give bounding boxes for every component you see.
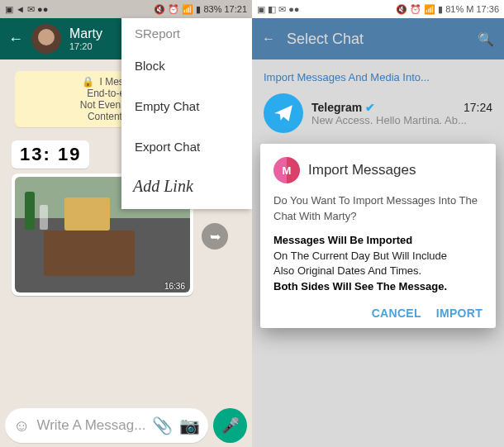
mic-button[interactable]: 🎤	[213, 408, 247, 443]
lock-icon: 🔒	[82, 76, 94, 88]
verified-icon: ✔	[365, 101, 375, 114]
menu-empty-chat[interactable]: Empty Chat	[121, 86, 252, 126]
paper-plane-icon	[273, 102, 294, 124]
dialog-question: Do You Want To Import Messages Into The …	[273, 193, 483, 225]
import-dialog: M Import Messages Do You Want To Import …	[260, 144, 496, 328]
search-icon[interactable]: 🔍	[478, 31, 494, 47]
chat-name: Telegram ✔	[311, 101, 375, 114]
message-input[interactable]: ☺ Write A Messag... 📎 📷	[5, 408, 208, 443]
cancel-button[interactable]: CANCEL	[372, 307, 421, 320]
header-title-block[interactable]: Marty 17:20	[69, 26, 102, 51]
dialog-title: Import Messages	[308, 162, 416, 178]
attach-icon[interactable]: 📎	[152, 416, 173, 435]
composer-bar: ☺ Write A Messag... 📎 📷 🎤	[0, 404, 252, 447]
status-left-icons: ▣ ◧ ✉ ●●	[257, 4, 299, 15]
status-bar: ▣ ◄ ✉ ●● 🔇 ⏰ 📶 ▮ 83% 17:21	[0, 0, 252, 18]
battery-pct: 81% M	[445, 4, 473, 15]
last-seen: 17:20	[69, 41, 102, 51]
import-hint: Import Messages And Media Into...	[252, 59, 504, 88]
image-time: 16:36	[164, 282, 185, 291]
timestamp-bubble: 13: 19	[12, 140, 89, 169]
status-left-icons: ▣ ◄ ✉ ●●	[5, 4, 48, 15]
telegram-screen: ▣ ◧ ✉ ●● 🔇 ⏰ 📶 ▮ 81% M 17:36 ← Select Ch…	[252, 0, 504, 447]
camera-icon[interactable]: 📷	[179, 416, 200, 435]
back-icon[interactable]: ←	[8, 31, 23, 48]
battery-pct: 83%	[203, 4, 221, 15]
dialog-title-row: M Import Messages	[273, 157, 483, 183]
mic-icon: 🎤	[221, 416, 240, 435]
chat-row-telegram[interactable]: Telegram ✔ 17:24 New Access. Hello Marti…	[252, 88, 504, 138]
whatsapp-screen: ▣ ◄ ✉ ●● 🔇 ⏰ 📶 ▮ 83% 17:21 ← Marty 17:20…	[0, 0, 252, 447]
menu-add-link[interactable]: Add Link	[121, 167, 252, 209]
telegram-avatar	[264, 93, 303, 133]
telegram-header: ← Select Chat 🔍	[252, 18, 504, 59]
status-right-icons: 🔇 ⏰ 📶 ▮ 83% 17:21	[154, 4, 247, 15]
menu-block[interactable]: Block	[121, 45, 252, 86]
status-right-icons: 🔇 ⏰ 📶 ▮ 81% M 17:36	[396, 4, 499, 15]
menu-search-icon[interactable]: SReport	[121, 18, 252, 45]
status-bar: ▣ ◧ ✉ ●● 🔇 ⏰ 📶 ▮ 81% M 17:36	[252, 0, 504, 18]
dialog-avatar: M	[273, 157, 300, 183]
clock: 17:21	[224, 4, 247, 15]
chat-time: 17:24	[464, 101, 492, 114]
back-icon[interactable]: ←	[262, 31, 275, 46]
page-title: Select Chat	[287, 31, 466, 48]
contact-name: Marty	[69, 26, 102, 41]
forward-button[interactable]: ➥	[202, 223, 228, 250]
overflow-menu: SReport Block Empty Chat Export Chat Add…	[121, 18, 252, 209]
share-icon: ➥	[210, 229, 221, 245]
chat-preview: New Access. Hello Martina. Ab...	[311, 114, 492, 126]
menu-report: Report	[143, 26, 180, 40]
glass-shape	[40, 205, 48, 230]
menu-export-chat[interactable]: Export Chat	[121, 126, 252, 167]
dialog-actions: CANCEL IMPORT	[273, 303, 483, 320]
bottle-shape	[25, 192, 35, 230]
emoji-icon[interactable]: ☺	[13, 416, 30, 435]
input-placeholder: Write A Messag...	[36, 417, 145, 434]
import-button[interactable]: IMPORT	[436, 307, 483, 320]
dialog-info: Messages Will Be Imported On The Current…	[273, 233, 483, 295]
contact-avatar[interactable]	[31, 24, 61, 54]
clock: 17:36	[476, 4, 499, 15]
